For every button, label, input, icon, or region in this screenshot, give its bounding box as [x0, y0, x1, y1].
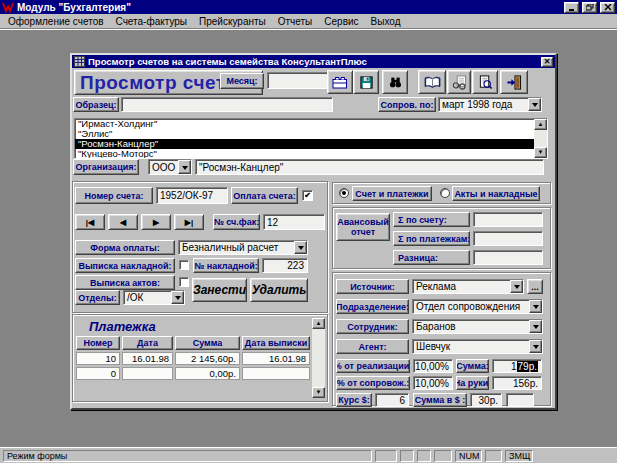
- invoice-payments-radio[interactable]: [339, 188, 349, 198]
- table-cell[interactable]: [242, 367, 310, 380]
- sum-usd-extra-input[interactable]: [506, 393, 534, 407]
- menu-item-preiskuranty[interactable]: Прейскуранты: [193, 16, 272, 27]
- waybill-issue-checkbox[interactable]: [179, 260, 189, 270]
- status-cell: [434, 450, 452, 462]
- list-item[interactable]: "Кунцево-Моторс": [75, 149, 547, 159]
- payment-slip-group: Платежка Номер Дата Сумма Дата выписки 1…: [72, 314, 328, 402]
- source-combobox[interactable]: Реклама: [412, 279, 524, 294]
- table-cell[interactable]: 0,00р.: [175, 367, 240, 380]
- nav-next-button[interactable]: ▶: [141, 214, 171, 230]
- application-window: Модуль "Бухгалтерия" Оформление счетов С…: [0, 0, 617, 463]
- source-browse-button[interactable]: ...: [527, 279, 543, 294]
- table-cell[interactable]: 2 145,60р.: [175, 352, 240, 365]
- scrollbar-track[interactable]: [312, 329, 325, 387]
- accounts-book-button[interactable]: [418, 70, 446, 94]
- col-header-issue-date[interactable]: Дата выписки: [242, 336, 310, 350]
- card-index-button[interactable]: [327, 70, 353, 94]
- chevron-down-icon[interactable]: [529, 300, 542, 313]
- sum-payments-input[interactable]: [473, 231, 543, 246]
- menu-item-otchety[interactable]: Отчеты: [272, 16, 319, 27]
- organization-type-combobox[interactable]: ООО: [148, 159, 192, 175]
- find-button[interactable]: [382, 70, 408, 94]
- form-close-icon[interactable]: ✕: [541, 57, 553, 67]
- soprov-value: март 1998 года: [442, 99, 512, 110]
- save-icon: [359, 75, 374, 90]
- employee-label: Сотрудник:: [336, 319, 409, 334]
- main-titlebar: Модуль "Бухгалтерия": [0, 0, 617, 14]
- menu-item-scheta-faktury[interactable]: Счета-фактуры: [110, 16, 194, 27]
- sum-label: Сумма:: [456, 359, 489, 373]
- chevron-down-icon[interactable]: [529, 320, 542, 333]
- table-cell[interactable]: 16.01.98: [242, 352, 310, 365]
- takehome-input[interactable]: 156р.: [492, 376, 542, 390]
- list-item[interactable]: "Ирмаст-Холдинг": [75, 119, 547, 129]
- print-preview-icon: [478, 75, 493, 90]
- division-combobox[interactable]: Отдел сопровождения: [412, 299, 543, 314]
- sum-payments-label: Σ по платежкам:: [393, 231, 470, 246]
- sample-input[interactable]: [121, 97, 333, 112]
- chevron-down-icon[interactable]: [178, 160, 191, 174]
- paid-checkbox[interactable]: ✔: [302, 190, 313, 201]
- nav-last-button[interactable]: ▶|: [174, 214, 204, 230]
- scroll-down-icon[interactable]: ▼: [312, 387, 325, 398]
- minimize-button[interactable]: [564, 2, 579, 13]
- menu-item-oformlenie[interactable]: Оформление счетов: [2, 16, 110, 27]
- sum-input[interactable]: 179р.: [492, 359, 542, 373]
- close-button[interactable]: [600, 2, 615, 13]
- table-cell[interactable]: 16.01.98: [122, 352, 173, 365]
- delete-button[interactable]: Удалить: [250, 278, 308, 302]
- table-cell[interactable]: [122, 367, 173, 380]
- chevron-down-icon[interactable]: [528, 98, 541, 111]
- invoice-number-input[interactable]: 12: [263, 214, 325, 230]
- chevron-down-icon[interactable]: [171, 291, 184, 304]
- exit-button[interactable]: [500, 70, 528, 94]
- account-number-input[interactable]: 1952/ОК-97: [156, 187, 228, 204]
- scroll-up-icon[interactable]: ▲: [534, 119, 547, 130]
- sum-invoice-input[interactable]: [473, 212, 543, 227]
- col-header-sum[interactable]: Сумма: [175, 336, 240, 350]
- chevron-down-icon[interactable]: [529, 340, 542, 353]
- organization-name-input[interactable]: "Росмэн-Канцлер": [195, 159, 544, 175]
- acts-waybills-radio[interactable]: [440, 188, 450, 198]
- advance-report-button[interactable]: Авансовый отчет: [336, 213, 390, 241]
- col-header-date[interactable]: Дата: [122, 336, 173, 350]
- waybill-number-input[interactable]: 223: [262, 258, 308, 273]
- table-cell[interactable]: 10: [76, 352, 120, 365]
- employee-combobox[interactable]: Баранов: [412, 319, 543, 334]
- difference-input[interactable]: [473, 250, 543, 265]
- status-num: NUM: [455, 450, 482, 462]
- departments-combobox[interactable]: /ОК: [123, 290, 185, 305]
- view-button[interactable]: [447, 70, 471, 94]
- invoice-payments-radio-label[interactable]: Счет и платежки: [352, 186, 432, 201]
- payment-slip-scrollbar[interactable]: ▲ ▼: [312, 318, 325, 398]
- chevron-down-icon[interactable]: [294, 241, 307, 254]
- acts-issue-checkbox[interactable]: [179, 277, 189, 287]
- scrollbar-track[interactable]: [534, 130, 547, 147]
- table-cell[interactable]: 0: [76, 367, 120, 380]
- restore-button[interactable]: [582, 2, 597, 13]
- status-bar: Режим формы NUM ЗМЩ: [0, 447, 617, 463]
- add-button[interactable]: Занести: [192, 278, 247, 302]
- chevron-down-icon[interactable]: [510, 280, 523, 293]
- menu-item-vyhod[interactable]: Выход: [365, 16, 407, 27]
- client-list-scrollbar[interactable]: ▲ ▼: [534, 119, 547, 158]
- menu-item-servis[interactable]: Сервис: [318, 16, 364, 27]
- month-input[interactable]: [267, 72, 329, 89]
- rate-input[interactable]: 6: [375, 393, 409, 407]
- save-button[interactable]: [353, 70, 379, 94]
- agent-combobox[interactable]: Шевчук: [412, 339, 543, 354]
- glasses-document-icon: [452, 75, 467, 90]
- nav-first-button[interactable]: |◀: [75, 214, 105, 230]
- sum-usd-input[interactable]: 30р.: [470, 393, 502, 407]
- col-header-number[interactable]: Номер: [76, 336, 120, 350]
- soprov-combobox[interactable]: март 1998 года: [438, 97, 542, 112]
- pct-sales-input[interactable]: 10,00%: [413, 359, 453, 373]
- agent-label: Агент:: [336, 339, 409, 354]
- preview-button[interactable]: [472, 70, 498, 94]
- payment-form-combobox[interactable]: Безналичный расчет: [178, 240, 308, 255]
- scroll-down-icon[interactable]: ▼: [534, 147, 547, 158]
- acts-waybills-radio-label[interactable]: Акты и накладные: [452, 186, 540, 201]
- nav-prev-button[interactable]: ◀: [108, 214, 138, 230]
- pct-support-input[interactable]: 10,00%: [413, 376, 453, 390]
- scroll-up-icon[interactable]: ▲: [312, 318, 325, 329]
